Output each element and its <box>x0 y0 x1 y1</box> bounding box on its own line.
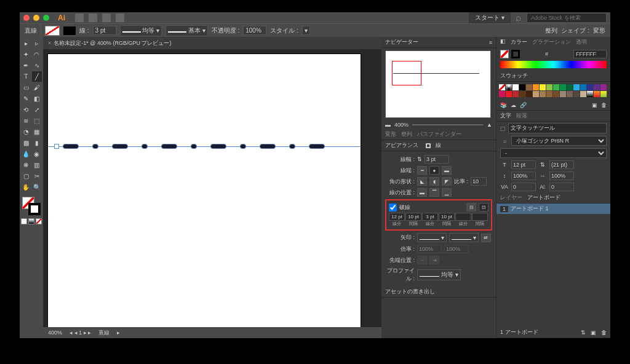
color-mode-button[interactable] <box>21 218 27 224</box>
gradient-tab[interactable]: グラデーション <box>532 38 571 46</box>
minimize-window-button[interactable] <box>33 15 39 21</box>
eyedropper-tool[interactable]: 💧 <box>21 149 31 159</box>
close-tab-icon[interactable]: × <box>48 40 51 46</box>
font-search-icon[interactable]: ⌕ <box>500 138 509 144</box>
paragraph-tab[interactable]: 段落 <box>516 112 527 120</box>
swatches-tab[interactable]: スウォッチ <box>500 72 528 80</box>
stroke-weight-input[interactable] <box>93 26 116 35</box>
font-family-select[interactable]: 小塚ゴシック Pr6N R <box>511 136 607 146</box>
pathfinder-tab[interactable]: パスファインダー <box>417 130 461 138</box>
hscale-input[interactable] <box>549 172 574 180</box>
align-label[interactable]: 整列 <box>545 26 557 35</box>
stroke-proxy-icon[interactable] <box>511 50 520 58</box>
weight-stepper-icon[interactable]: ⇅ <box>417 156 422 162</box>
dash-2-input[interactable] <box>422 213 438 221</box>
gap-2-input[interactable] <box>439 213 455 221</box>
artboard[interactable] <box>48 54 361 327</box>
corner-round-button[interactable]: ◖ <box>429 177 439 186</box>
artboards-tab[interactable]: アートボード <box>527 194 560 202</box>
arrow-end-select[interactable]: ▾ <box>449 233 479 242</box>
transform-label[interactable]: 変形 <box>593 26 605 35</box>
dash-align-button[interactable]: ⊡ <box>479 203 488 212</box>
type-tool[interactable]: T <box>21 71 31 82</box>
line-segment-tool[interactable]: ╱ <box>32 71 42 82</box>
navigator-view-box[interactable] <box>392 61 421 85</box>
navigator-tab[interactable]: ナビゲーター <box>385 38 418 46</box>
cap-butt-button[interactable]: ━ <box>417 166 427 175</box>
stroke-color-icon[interactable] <box>28 203 41 215</box>
weight-input[interactable] <box>425 155 449 164</box>
arrow-start-select[interactable]: ▾ <box>417 233 447 242</box>
none-mode-button[interactable] <box>36 218 42 224</box>
gap-1-input[interactable] <box>405 213 421 221</box>
fill-proxy-icon[interactable] <box>500 50 509 58</box>
color-tab[interactable]: カラー <box>511 38 527 46</box>
path-anchor-start[interactable] <box>54 144 59 149</box>
dash-preserve-button[interactable]: ⊟ <box>466 203 476 212</box>
new-swatch-icon[interactable]: ▣ <box>592 102 597 108</box>
blend-tool[interactable]: ◉ <box>32 149 42 159</box>
perspective-grid-tool[interactable]: ▦ <box>32 127 42 137</box>
curvature-tool[interactable]: ∿ <box>32 60 42 71</box>
hand-tool[interactable]: ✋ <box>21 182 31 192</box>
gradient-tool[interactable]: ▮ <box>32 138 42 148</box>
bridge-icon[interactable] <box>75 14 84 22</box>
delete-swatch-icon[interactable]: 🗑 <box>601 102 607 108</box>
shaper-tool[interactable]: ✎ <box>21 93 31 104</box>
kerning-input[interactable] <box>549 183 574 191</box>
cloud-icon[interactable]: ☁ <box>511 102 516 108</box>
stroke-profile-select-2[interactable]: 基本 ▾ <box>165 25 208 36</box>
swatch-registration[interactable] <box>506 84 512 90</box>
stroke-swatch[interactable] <box>63 26 76 35</box>
dash-3-input[interactable] <box>455 213 471 221</box>
selection-tool[interactable]: ▸ <box>21 38 31 49</box>
cap-projecting-button[interactable]: ▬ <box>442 166 452 175</box>
swap-arrows-button[interactable]: ⇄ <box>481 234 491 242</box>
color-spectrum[interactable] <box>500 61 607 68</box>
panel-menu-icon[interactable]: ≡ <box>489 39 492 46</box>
document-tab[interactable]: × 名称未設定-1* @ 400% (RGB/GPU プレビュー) <box>43 37 381 49</box>
zoom-in-icon[interactable]: ▲ <box>487 122 492 128</box>
touch-type-icon[interactable]: ⬚ <box>500 125 506 132</box>
gap-3-input[interactable] <box>472 213 488 221</box>
fill-swatch[interactable] <box>45 26 60 36</box>
corner-bevel-button[interactable]: ◤ <box>442 177 452 186</box>
transparency-tab[interactable]: 透明 <box>576 38 587 46</box>
lib-icon[interactable]: 📚 <box>500 102 507 108</box>
font-style-select[interactable]: - <box>500 148 607 158</box>
align-outside-button[interactable]: ▁ <box>442 188 452 197</box>
width-tool[interactable]: ≋ <box>21 116 31 126</box>
zoom-level[interactable]: 400% <box>48 330 62 336</box>
link-icon[interactable]: 🔗 <box>520 102 527 108</box>
navigator-preview[interactable] <box>385 50 491 118</box>
artboard-list-item[interactable]: 1 アートボード 1 <box>496 204 610 214</box>
layers-tab[interactable]: レイヤー <box>500 194 522 202</box>
leading-input[interactable] <box>549 160 574 169</box>
zoom-slider[interactable] <box>412 124 483 125</box>
tracking-input[interactable] <box>511 183 536 191</box>
scale-tool[interactable]: ⤢ <box>32 105 42 115</box>
mesh-tool[interactable]: ▩ <box>21 138 31 148</box>
gpu-icon[interactable] <box>116 14 124 22</box>
rotate-tool[interactable]: ⟲ <box>21 105 31 115</box>
rectangle-tool[interactable]: ▭ <box>21 82 31 93</box>
cap-round-button[interactable]: ● <box>429 166 439 175</box>
profile-select[interactable]: 均等 ▾ <box>417 269 461 280</box>
adobe-stock-search-input[interactable] <box>527 13 607 23</box>
swatches-grid[interactable] <box>496 82 610 100</box>
slice-tool[interactable]: ✂ <box>32 171 42 181</box>
fill-stroke-indicator[interactable] <box>21 196 42 216</box>
direct-selection-tool[interactable]: ▹ <box>32 38 42 49</box>
hex-input[interactable] <box>573 50 607 58</box>
align-tab[interactable]: 整列 <box>401 130 412 138</box>
zoom-tool[interactable]: 🔍 <box>32 182 42 192</box>
artboard-tool[interactable]: ▢ <box>21 171 31 181</box>
touch-type-button[interactable]: 文字タッチツール <box>508 123 607 133</box>
font-size-input[interactable] <box>511 160 536 169</box>
stock-icon[interactable] <box>89 14 97 22</box>
shape-label[interactable]: シェイプ : <box>561 26 589 35</box>
dashed-line-checkbox[interactable] <box>389 204 397 212</box>
lasso-tool[interactable]: ◠ <box>32 49 42 60</box>
dashed-stroke-path[interactable] <box>54 144 325 149</box>
paintbrush-tool[interactable]: 🖌 <box>32 82 42 93</box>
